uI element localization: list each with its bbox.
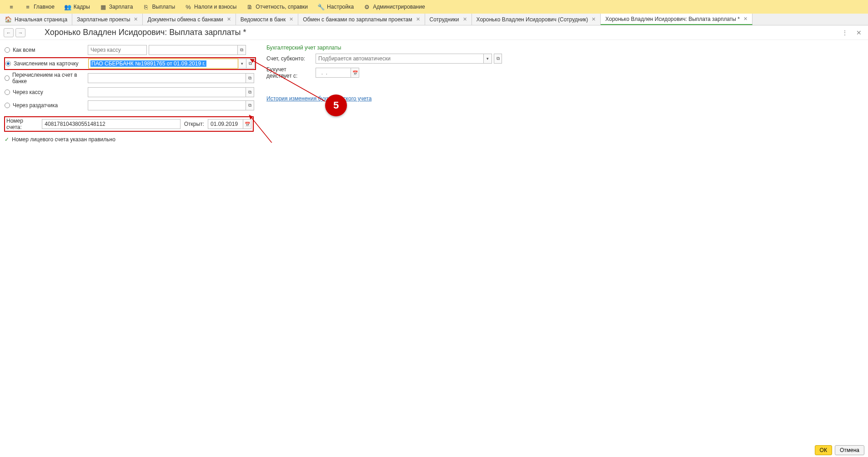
tab-label: Зарплатные проекты [77, 16, 130, 23]
calendar-icon: 📅 [245, 122, 250, 127]
menu-label: Зарплата [109, 4, 133, 10]
radio-icon [5, 103, 10, 108]
tab-bank-docs[interactable]: Документы обмена с банками ✕ [143, 14, 236, 25]
radio-label: Через раздатчика [13, 102, 58, 109]
tab-close-icon[interactable]: ✕ [743, 16, 748, 22]
account-opened-label: Открыт: [184, 121, 204, 127]
radio-icon [5, 75, 10, 81]
tab-bank-lists[interactable]: Ведомости в банк ✕ [236, 14, 298, 25]
tab-close-icon[interactable]: ✕ [592, 16, 596, 22]
tab-bank-exchange[interactable]: Обмен с банками по зарплатным проектам ✕ [298, 14, 425, 25]
menu-label: Налоги и взносы [194, 4, 236, 10]
menu-taxes[interactable]: % Налоги и взносы [181, 2, 241, 12]
dropdown-button[interactable]: ▾ [484, 54, 492, 64]
radio-label: Перечислением на счет в банке [12, 72, 84, 84]
tab-close-icon[interactable]: ✕ [463, 16, 467, 22]
menu-label: Главное [34, 4, 55, 10]
open-button[interactable]: ⧉ [246, 73, 254, 83]
cash-field[interactable] [88, 87, 246, 97]
calendar-button[interactable]: 📅 [351, 68, 359, 78]
dispatcher-field[interactable] [88, 100, 246, 110]
radio-label: Зачислением на карточку [14, 60, 79, 67]
menu-settings[interactable]: 🔧 Настройка [313, 2, 358, 12]
tab-home[interactable]: 🏠 Начальная страница [0, 14, 72, 25]
page-toolbar: ← → Хоронько Владлен Исидорович: Выплата… [0, 25, 868, 40]
radio-card[interactable]: Зачислением на карточку [5, 60, 85, 67]
tab-label: Обмен с банками по зарплатным проектам [303, 16, 412, 23]
radio-dispatcher[interactable]: Через раздатчика [5, 102, 84, 109]
dropdown-button[interactable]: ▾ [238, 59, 246, 69]
account-number-field[interactable] [42, 119, 180, 129]
menu-admin[interactable]: ⚙ Администрирование [359, 2, 429, 12]
effective-label: Бухучет действует с: [266, 66, 312, 79]
menu-reports[interactable]: 🗎 Отчетность, справки [242, 2, 312, 12]
card-bank-field[interactable]: ПАО СБЕРБАНК №19891765 от 01.09.2019 г. [88, 59, 238, 69]
tab-salary-projects[interactable]: Зарплатные проекты ✕ [72, 14, 143, 25]
tab-employees[interactable]: Сотрудники ✕ [425, 14, 472, 25]
effective-date-field[interactable] [316, 68, 351, 78]
radio-icon [5, 47, 10, 53]
open-button[interactable]: ⧉ [246, 100, 254, 110]
accounting-history-link[interactable]: История изменения бухгалтерского учета [266, 95, 502, 102]
calendar-icon: 📅 [352, 70, 358, 75]
tab-label: Хоронько Владлен Исидорович (Сотрудник) [477, 16, 588, 23]
document-icon: 🗎 [246, 4, 253, 10]
open-button[interactable]: ⧉ [246, 87, 254, 97]
menu-vyplaty[interactable]: ⎘ Выплаты [138, 2, 180, 12]
open-button[interactable]: ⧉ [246, 59, 255, 69]
calendar-button[interactable]: 📅 [243, 119, 251, 129]
account-valid-text: Номер лицевого счета указан правильно [12, 136, 115, 143]
tab-label: Ведомости в банк [241, 16, 286, 23]
radio-icon [5, 89, 10, 95]
account-valid-row: ✓ Номер лицевого счета указан правильно [5, 136, 256, 143]
account-number-label: Номер счета: [6, 118, 38, 130]
page-title: Хоронько Владлен Исидорович: Выплата зар… [45, 28, 246, 37]
menu-main[interactable]: ≡ Главное [20, 2, 59, 12]
tab-close-icon[interactable]: ✕ [134, 16, 138, 22]
open-button[interactable]: ⧉ [238, 45, 246, 55]
as-all-method-field[interactable] [88, 45, 147, 55]
form-content: Как всем ⧉ Зачислением на карточку ПАО С… [0, 40, 868, 143]
menu-label: Отчетность, справки [256, 4, 308, 10]
nav-back-button[interactable]: ← [4, 28, 14, 37]
grid-icon: ▦ [100, 4, 106, 10]
radio-label: Как всем [13, 47, 35, 53]
account-opened-field[interactable] [208, 119, 243, 129]
radio-label: Через кассу [13, 89, 43, 95]
open-button[interactable]: ⧉ [494, 54, 502, 64]
top-menu-bar: ≡ ≡ Главное 👥 Кадры ▦ Зарплата ⎘ Выплаты… [0, 0, 868, 14]
tab-close-icon[interactable]: ✕ [289, 16, 293, 22]
gear-icon: ⚙ [364, 4, 370, 10]
hamburger-icon: ≡ [8, 4, 15, 10]
tab-employee-card[interactable]: Хоронько Владлен Исидорович (Сотрудник) … [472, 14, 601, 25]
home-icon: 🏠 [5, 16, 12, 23]
close-window-icon[interactable]: ✕ [853, 29, 864, 36]
menu-label: Администрирование [373, 4, 425, 10]
payment-icon: ⎘ [143, 4, 149, 10]
bank-transfer-field[interactable] [88, 73, 246, 83]
radio-as-all[interactable]: Как всем [5, 47, 84, 53]
radio-bank-transfer[interactable]: Перечислением на счет в банке [5, 72, 84, 84]
account-subconto-field[interactable] [316, 54, 484, 64]
as-all-value-field[interactable] [149, 45, 238, 55]
callout-badge-5: 5 [325, 94, 347, 116]
menu-kadry[interactable]: 👥 Кадры [60, 2, 95, 12]
hamburger-icon: ≡ [25, 4, 31, 10]
menu-zarplata[interactable]: ▦ Зарплата [95, 2, 138, 12]
menu-label: Кадры [74, 4, 90, 10]
more-menu-icon[interactable]: ⋮ [839, 29, 851, 36]
menu-hamburger[interactable]: ≡ [4, 2, 19, 12]
tab-close-icon[interactable]: ✕ [227, 16, 231, 22]
nav-forward-button[interactable]: → [15, 28, 25, 37]
tab-label: Хоронько Владлен Исидорович: Выплата зар… [605, 16, 740, 22]
wrench-icon: 🔧 [318, 4, 324, 10]
menu-label: Выплаты [152, 4, 175, 10]
tab-close-icon[interactable]: ✕ [416, 16, 420, 22]
account-subconto-label: Счет, субконто: [266, 55, 312, 62]
radio-cash[interactable]: Через кассу [5, 89, 84, 95]
menu-label: Настройка [327, 4, 354, 10]
people-icon: 👥 [65, 4, 71, 10]
tab-label: Документы обмена с банками [147, 16, 223, 23]
tab-salary-payment[interactable]: Хоронько Владлен Исидорович: Выплата зар… [601, 14, 753, 25]
accounting-title: Бухгалтерский учет зарплаты [266, 45, 502, 51]
